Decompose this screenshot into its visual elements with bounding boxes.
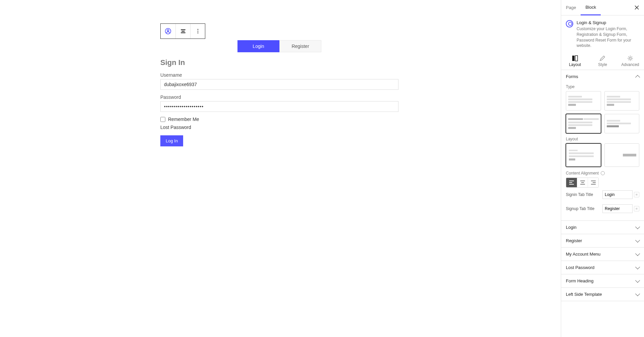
username-input[interactable]: [160, 79, 398, 90]
svg-rect-16: [580, 184, 585, 185]
svg-point-6: [197, 31, 198, 32]
svg-rect-19: [591, 184, 596, 185]
more-options-button[interactable]: [190, 24, 205, 39]
subtab-style[interactable]: Style: [589, 52, 616, 70]
align-button[interactable]: [175, 24, 190, 39]
type-thumb-tabs[interactable]: [566, 114, 601, 133]
subtab-layout-label: Layout: [569, 62, 581, 67]
login-submit-button[interactable]: Log In: [160, 135, 183, 146]
sidebar-tab-page[interactable]: Page: [561, 0, 581, 15]
svg-rect-15: [581, 182, 584, 183]
svg-rect-13: [569, 184, 574, 185]
dynamic-tag-icon[interactable]: ⌗: [634, 192, 639, 197]
panel-lost-password-title: Lost Password: [566, 265, 594, 270]
subtab-advanced[interactable]: Advanced: [616, 52, 644, 70]
password-label: Password: [160, 94, 398, 100]
signup-tab-title-label: Signup Tab Title: [566, 206, 594, 211]
panel-forms-head[interactable]: Forms: [561, 70, 644, 83]
svg-rect-18: [593, 182, 596, 183]
username-label: Username: [160, 72, 398, 78]
align-left-icon: [569, 181, 574, 185]
svg-point-5: [197, 29, 198, 30]
panel-left-side-template-head[interactable]: Left Side Template: [561, 288, 644, 301]
svg-rect-3: [181, 31, 184, 31]
align-left-button[interactable]: [566, 178, 577, 187]
panel-account-menu-head[interactable]: My Account Menu: [561, 248, 644, 261]
layout-thumb-full[interactable]: [566, 143, 601, 167]
panel-form-heading-head[interactable]: Form Heading: [561, 274, 644, 287]
reset-icon[interactable]: [601, 171, 605, 175]
panel-form-heading-title: Form Heading: [566, 278, 593, 283]
block-icon-button[interactable]: [161, 24, 175, 39]
tab-register[interactable]: Register: [279, 40, 321, 52]
subtab-layout[interactable]: Layout: [561, 52, 589, 70]
svg-rect-14: [580, 181, 585, 181]
login-form-block: Login Register Sign In Username Password…: [160, 40, 398, 146]
layout-thumb-split[interactable]: [604, 143, 640, 167]
panel-login-head[interactable]: Login: [561, 221, 644, 234]
svg-rect-4: [181, 32, 185, 33]
alignment-label: Content Alignment: [566, 171, 599, 176]
align-right-button[interactable]: [588, 178, 598, 187]
block-description: Customize your Login Form, Registration …: [577, 26, 639, 49]
login-signup-icon: [566, 20, 573, 27]
panel-login: Login: [561, 221, 644, 234]
lost-password-link[interactable]: Lost Password: [160, 125, 191, 130]
panel-register-head[interactable]: Register: [561, 234, 644, 247]
user-circle-icon: [165, 28, 171, 35]
close-sidebar-button[interactable]: [633, 4, 641, 12]
chevron-down-icon: [635, 224, 640, 229]
svg-rect-11: [569, 181, 574, 181]
chevron-down-icon: [635, 265, 640, 269]
svg-rect-8: [572, 56, 575, 61]
panel-lost-password-head[interactable]: Lost Password: [561, 261, 644, 274]
panel-account-menu-title: My Account Menu: [566, 252, 600, 257]
gear-icon: [627, 55, 633, 61]
dynamic-tag-icon[interactable]: ⌗: [634, 206, 639, 211]
panel-form-heading: Form Heading: [561, 274, 644, 288]
signup-tab-title-input[interactable]: [602, 204, 633, 213]
chevron-down-icon: [635, 291, 640, 296]
type-label: Type: [566, 84, 639, 89]
chevron-down-icon: [635, 278, 640, 283]
form-title: Sign In: [160, 58, 398, 67]
alignment-buttons: [566, 178, 599, 188]
svg-point-7: [197, 32, 198, 33]
panel-left-side-template: Left Side Template: [561, 288, 644, 301]
panel-forms: Forms Type Layo: [561, 70, 644, 221]
svg-rect-2: [181, 29, 185, 30]
remember-checkbox[interactable]: [160, 117, 165, 122]
sidebar-tabs: Page Block: [561, 0, 644, 15]
layout-label: Layout: [566, 137, 639, 141]
svg-rect-17: [591, 181, 596, 181]
pencil-icon: [599, 55, 605, 61]
remember-label: Remember Me: [168, 117, 199, 122]
type-thumb-login[interactable]: [566, 91, 601, 111]
panel-register: Register: [561, 234, 644, 248]
panel-account-menu: My Account Menu: [561, 248, 644, 261]
form-tabs: Login Register: [237, 40, 321, 52]
sidebar-tab-block[interactable]: Block: [581, 0, 601, 15]
layout-icon: [572, 55, 578, 61]
tab-login[interactable]: Login: [237, 40, 279, 52]
block-title: Login & Signup: [577, 20, 639, 25]
settings-sidebar: Page Block Login & Signup Customize your…: [561, 0, 644, 337]
panel-login-title: Login: [566, 225, 577, 230]
chevron-down-icon: [635, 238, 640, 243]
type-thumb-register[interactable]: [604, 91, 640, 111]
subtab-style-label: Style: [598, 62, 607, 67]
type-thumb-lostpass[interactable]: [604, 114, 640, 133]
signin-tab-title-label: Signin Tab Title: [566, 192, 593, 197]
align-center-button[interactable]: [577, 178, 588, 187]
svg-rect-9: [575, 56, 578, 61]
close-icon: [635, 5, 639, 10]
subtab-advanced-label: Advanced: [621, 62, 639, 67]
settings-subtabs: Layout Style Advanced: [561, 52, 644, 70]
align-center-icon: [580, 181, 585, 185]
panel-left-side-template-title: Left Side Template: [566, 292, 602, 297]
password-input[interactable]: [160, 101, 398, 112]
signin-tab-title-input[interactable]: [602, 190, 633, 199]
align-right-icon: [591, 181, 596, 185]
block-toolbar: [160, 23, 205, 39]
chevron-up-icon: [635, 75, 640, 80]
